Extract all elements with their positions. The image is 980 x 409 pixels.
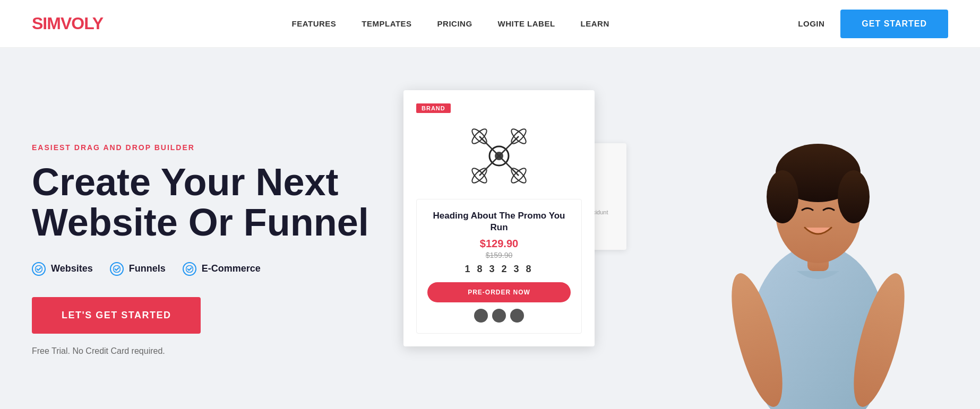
social-dots [427,309,571,323]
cta-button[interactable]: LET'S GET STARTED [32,297,201,334]
nav-white-label[interactable]: WHITE LABEL [498,19,555,28]
svg-point-35 [767,170,798,223]
social-dot-3[interactable] [510,309,524,323]
feature-websites: Websites [32,262,93,276]
product-price: $129.90 [427,238,571,250]
hero-left: EASIEST DRAG AND DROP BUILDER Create You… [32,143,403,377]
feature-websites-label: Websites [51,263,93,274]
feature-ecommerce-label: E-Commerce [202,263,261,274]
nav-templates[interactable]: TEMPLATES [362,19,411,28]
login-button[interactable]: LOGIN [798,19,824,28]
person-image [704,96,932,409]
social-dot-1[interactable] [474,309,488,323]
check-icon-websites [32,262,46,276]
social-dot-2[interactable] [492,309,506,323]
nav-features[interactable]: FEATURES [292,19,337,28]
navbar: SIMVOLY FEATURES TEMPLATES PRICING WHITE… [0,0,980,48]
preorder-button[interactable]: PRE-ORDER NOW [427,282,571,302]
brand-badge: BRAND [416,103,451,113]
svg-point-36 [838,170,870,223]
nav-pricing[interactable]: PRICING [437,19,472,28]
feature-ecommerce: E-Commerce [183,262,261,276]
nav-links: FEATURES TEMPLATES PRICING WHITE LABEL L… [292,19,609,29]
countdown: 1 8 3 2 3 8 [427,264,571,275]
hero-right: BRAND [403,80,948,409]
feature-funnels-label: Funnels [129,263,166,274]
hero-features: Websites Funnels E-Comme [32,262,382,276]
svg-point-1 [113,265,120,272]
get-started-button[interactable]: GET STARTED [840,10,948,38]
hero-title: Create Your Next Website Or Funnel [32,162,382,242]
hero-title-line1: Create Your Next [32,161,339,203]
product-card-mockup: BRAND [403,90,595,346]
hero-title-line2: Website Or Funnel [32,201,369,243]
logo[interactable]: SIMVOLY [32,14,103,33]
drone-icon [465,121,534,190]
product-old-price: $159.90 [427,251,571,259]
nav-learn[interactable]: LEARN [581,19,609,28]
product-card-inner: Heading About The Promo You Run $129.90 … [416,199,582,334]
svg-point-2 [186,265,193,272]
check-icon-funnels [110,262,124,276]
svg-point-0 [36,265,42,272]
feature-funnels: Funnels [110,262,166,276]
hero-subtitle: EASIEST DRAG AND DROP BUILDER [32,143,382,152]
check-icon-ecommerce [183,262,196,276]
product-heading: Heading About The Promo You Run [427,210,571,233]
free-trial-text: Free Trial. No Credit Card required. [32,346,382,356]
nav-right: LOGIN GET STARTED [798,10,948,38]
hero-section: EASIEST DRAG AND DROP BUILDER Create You… [0,48,980,409]
logo-text: SIMVOLY [32,14,103,33]
person-silhouette [704,96,932,409]
